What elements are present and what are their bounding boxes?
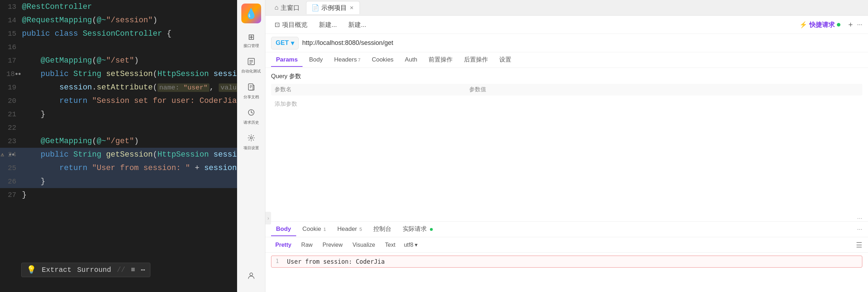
interface-mgmt-icon: ⊞ [248,33,254,42]
sidebar-item-share-docs[interactable]: 分享文档 [239,79,263,103]
hint-extract[interactable]: Extract [42,266,71,274]
line-number-21: 21 [3,110,16,118]
tab-example-label: 示例项目 [321,4,347,12]
response-line-text: User from session: CoderJia [287,258,385,265]
lightning-icon: ⚡ [799,21,807,29]
method-selector[interactable]: GET ▾ [271,37,299,49]
logo-icon: 💧 [245,8,257,19]
line-content-14: @RequestMapping(@~"/session") [22,16,234,25]
tab-cookies[interactable]: Cookies [367,53,398,67]
gutter-icon-18: ●● [14,71,22,77]
tab-params[interactable]: Params [271,53,303,67]
quick-request-button[interactable]: ⚡ 快捷请求 [796,18,844,31]
tab-req-settings[interactable]: 设置 [494,53,516,67]
tab-headers[interactable]: Headers7 [329,53,366,67]
svg-point-10 [250,273,253,276]
code-line-22: 22 [0,121,237,134]
code-line-15: 15 public class SessionController { [0,27,237,40]
project-settings-icon [247,134,255,144]
code-line-20: 20 return "Session set for user: CoderJi… [0,94,237,107]
new-button-2[interactable]: 新建... [345,18,370,31]
response-tab-body[interactable]: Body [271,223,296,236]
response-tab-cookie[interactable]: Cookie 1 [298,223,331,236]
tab-close-button[interactable]: ✕ [349,4,355,11]
code-line-17: 17 @GetMapping(@~"/set") [0,54,237,67]
params-col-name: 参数名 [275,86,469,93]
toolbar-more-button[interactable]: ··· [857,21,862,28]
encoding-selector[interactable]: utf8 ▾ [404,241,418,248]
sidebar-item-request-history[interactable]: 请求历史 [239,105,263,129]
line-content-23: @GetMapping(@~"/get") [22,137,234,146]
response-content: 1 User from session: CoderJia [265,253,868,292]
api-toolbar: ⊡ 项目概览 新建... 新建... ⚡ 快捷请求 + ··· [265,16,868,34]
method-dropdown-icon: ▾ [291,39,294,47]
params-section-title: Query 参数 [271,72,862,80]
format-preview[interactable]: Preview [318,240,347,250]
line-number-23: 23 [3,137,16,145]
sidebar-item-project-settings[interactable]: 项目设置 [239,130,263,154]
tab-home[interactable]: ⌂ 主窗口 [270,1,305,14]
line-content-25: return "User from session: " + session.g… [22,164,237,173]
sidebar-item-automation-test[interactable]: 自动化测试 [239,54,263,78]
url-input[interactable] [302,39,862,47]
code-editor: 13 @RestController 14 @RequestMapping(@~… [0,0,237,292]
app-logo[interactable]: 💧 [241,4,261,23]
line-content-18: public String setSession(HttpSession ses… [22,70,237,78]
more-button[interactable]: ··· [271,215,868,222]
sidebar-item-label-history: 请求历史 [243,120,259,125]
response-line-1: 1 User from session: CoderJia [271,256,862,268]
api-panel: ⌂ 主窗口 📄 示例项目 ✕ ⊡ 项目概览 新建... 新建... ⚡ 快捷请求… [265,0,868,292]
hint-surround[interactable]: Surround [77,266,111,274]
response-tab-actual-request[interactable]: 实际请求 [398,222,438,236]
line-content-13: @RestController [22,2,234,11]
response-tab-header[interactable]: Header 5 [332,223,367,236]
tab-home-label: 主窗口 [281,4,300,12]
add-param-row[interactable]: 添加参数 [271,97,862,111]
tab-post-action[interactable]: 后置操作 [459,53,493,67]
sidebar: 💧 ⊞ 接口管理 自动化测试 分享文档 [237,0,265,292]
quick-request-label: 快捷请求 [809,21,835,29]
params-col-value: 参数值 [469,86,859,93]
project-overview-label: 项目概览 [282,21,307,29]
new-button-1[interactable]: 新建... [315,18,340,31]
hint-popup: 💡 Extract Surround // ≡ ⋯ [21,263,150,277]
sidebar-item-interface-mgmt[interactable]: ⊞ 接口管理 [239,28,263,52]
encoding-dropdown-icon: ▾ [415,241,418,248]
line-content-19: session.setAttribute(name: "user", value… [22,83,237,92]
hint-list-icon[interactable]: ≡ [131,266,135,274]
code-line-19: 19 session.setAttribute(name: "user", va… [0,81,237,94]
format-raw[interactable]: Raw [297,240,317,250]
response-tab-console[interactable]: 控制台 [368,222,396,236]
project-overview-icon: ⊡ [275,21,280,29]
gutter-icon-24: ⚠ [1,151,4,158]
automation-test-icon [247,58,255,67]
line-number-17: 17 [3,57,16,65]
line-content-26: } [22,177,234,186]
hint-sep1: // [117,266,125,274]
line-number-20: 20 [3,97,16,105]
format-pretty[interactable]: Pretty [271,240,295,250]
response-tabs: Body Cookie 1 Header 5 控制台 实际请求 ··· [265,222,868,237]
project-overview-button[interactable]: ⊡ 项目概览 [271,18,311,31]
sidebar-item-user[interactable] [239,264,263,288]
tab-auth[interactable]: Auth [400,53,422,67]
code-lines: 13 @RestController 14 @RequestMapping(@~… [0,0,237,202]
line-number-22: 22 [3,124,16,132]
sidebar-item-label-share: 分享文档 [243,94,259,100]
tab-pre-action[interactable]: 前置操作 [424,53,458,67]
line-number-26: 26 [3,177,16,186]
method-label: GET [276,39,289,47]
format-text[interactable]: Text [381,240,399,250]
url-bar: GET ▾ [265,34,868,52]
tab-body[interactable]: Body [304,53,328,67]
toolbar-plus-button[interactable]: + [848,20,853,29]
sidebar-item-label-automation: 自动化测试 [241,69,261,74]
hint-more-icon[interactable]: ⋯ [141,265,145,274]
format-visualize[interactable]: Visualize [348,240,379,250]
line-content-15: public class SessionController { [22,29,234,38]
line-content-21: } [22,110,234,119]
format-icon-button[interactable]: ☰ [856,241,862,249]
new-btn1-label: 新建... [319,21,337,29]
response-more-button[interactable]: ··· [857,226,862,233]
tab-example[interactable]: 📄 示例项目 ✕ [306,1,360,14]
